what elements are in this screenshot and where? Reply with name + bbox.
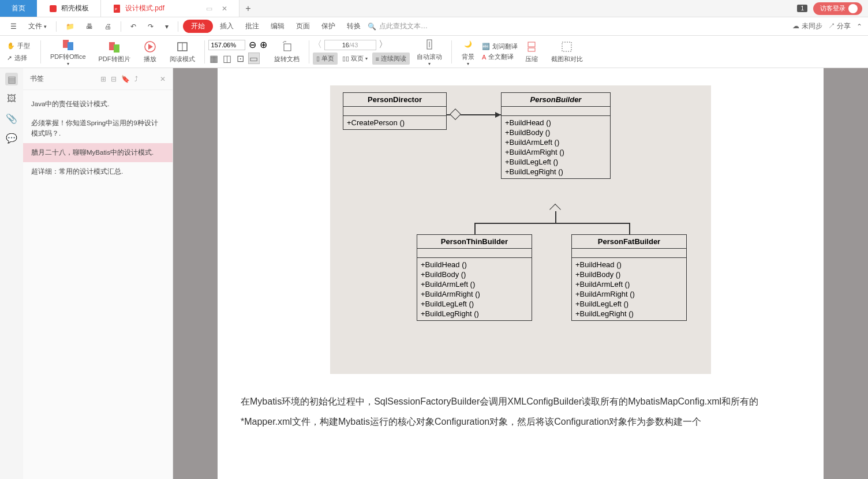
bookmark-nav-icon[interactable]: ⤴: [134, 75, 138, 83]
single-page-button[interactable]: ▯ 单页: [313, 53, 338, 65]
share-button[interactable]: ↗ 分享: [828, 21, 851, 31]
svg-rect-11: [284, 44, 291, 51]
uml-class-director: PersonDirector +CreatePerson (): [343, 92, 447, 130]
search-box[interactable]: 🔍 点此查找文本…: [368, 21, 428, 31]
avatar-icon: [848, 4, 858, 13]
zoom-out-icon[interactable]: ⊖: [249, 39, 256, 50]
svg-rect-15: [528, 48, 535, 51]
open-icon[interactable]: 📁: [61, 20, 79, 33]
search-placeholder: 点此查找文本…: [379, 21, 428, 31]
menu-bar: ☰ 文件 ▾ 📁 🖶 🖨 ↶ ↷ ▾ 开始 插入 批注 编辑 页面 保护 转换 …: [0, 17, 868, 36]
moon-icon: 🌙: [461, 38, 475, 51]
left-rail: ▤ 🖼 📎 💬: [0, 68, 23, 479]
menu-file[interactable]: 文件 ▾: [24, 19, 51, 33]
background-button[interactable]: 🌙 背景▾: [455, 38, 481, 66]
page-navigation: 〈 16/43 〉: [313, 39, 410, 51]
svg-marker-8: [148, 44, 153, 50]
menu-insert[interactable]: 插入: [215, 19, 238, 33]
hand-tool[interactable]: ✋ 手型: [5, 40, 32, 51]
tab-home[interactable]: 首页: [0, 0, 37, 17]
pdf-to-office-button[interactable]: PDF转Office▾: [44, 38, 92, 66]
fit-2-icon[interactable]: ◫: [222, 53, 233, 64]
auto-scroll-button[interactable]: 自动滚动▾: [411, 38, 448, 66]
bookmark-item[interactable]: 腊月二十八，聊聊MyBatis中的设计模式.: [23, 143, 173, 162]
bookmark-item[interactable]: 必须掌握！你知道Spring中运用的9种设计模式吗？.: [23, 114, 173, 143]
tab-menu-icon[interactable]: ▭: [206, 5, 212, 13]
tab-template[interactable]: 稻壳模板: [37, 0, 101, 17]
rail-bookmark-icon[interactable]: ▤: [5, 73, 18, 85]
zoom-input[interactable]: [208, 40, 245, 50]
sidebar-close-icon[interactable]: ✕: [160, 75, 166, 83]
collapse-ribbon-icon[interactable]: ⌃: [856, 23, 862, 31]
print-icon[interactable]: 🖨: [100, 20, 116, 33]
undo-icon[interactable]: ↶: [126, 20, 141, 33]
rotate-button[interactable]: 旋转文档: [268, 40, 305, 63]
tab-add-button[interactable]: +: [240, 0, 257, 17]
fit-1-icon[interactable]: ▦: [208, 53, 220, 64]
login-label: 访客登录: [820, 4, 845, 13]
word-translate-button[interactable]: 🔤 划词翻译: [482, 42, 518, 51]
page-input[interactable]: 16/43: [324, 40, 376, 50]
pdf-image-icon: [107, 40, 121, 54]
svg-rect-0: [50, 5, 57, 12]
document-viewport[interactable]: PersonDirector +CreatePerson () PersonBu…: [173, 68, 868, 479]
pdf-icon: P: [113, 4, 122, 13]
crop-icon: [560, 40, 574, 54]
page-next-icon[interactable]: 〉: [379, 39, 388, 51]
menu-convert[interactable]: 转换: [342, 19, 365, 33]
notification-badge[interactable]: 1: [797, 5, 807, 12]
sync-status[interactable]: ☁ 未同步: [792, 21, 822, 31]
uml-class-fat: PersonFatBuilder +BuildHead ()+BuildBody…: [571, 234, 687, 321]
double-page-button[interactable]: ▯▯ 双页▾: [339, 53, 371, 65]
tab-close-icon[interactable]: ✕: [222, 5, 227, 13]
bookmark-item[interactable]: 超详细：常用的设计模式汇总.: [23, 162, 173, 181]
full-translate-button[interactable]: A 全文翻译: [482, 53, 518, 61]
fit-4-icon[interactable]: ▭: [248, 53, 260, 64]
rail-image-icon[interactable]: 🖼: [5, 92, 18, 105]
scroll-icon: [422, 38, 436, 51]
rail-attachment-icon[interactable]: 📎: [5, 112, 18, 125]
zoom-controls: ⊖ ⊕: [208, 39, 267, 50]
tab-file-label: 设计模式.pdf: [125, 3, 164, 13]
continuous-button[interactable]: ≡ 连续阅读: [372, 53, 410, 65]
expand-all-icon[interactable]: ⊞: [100, 75, 106, 83]
menu-annotate[interactable]: 批注: [241, 19, 264, 33]
play-icon: [143, 40, 157, 54]
pdf-office-icon: [61, 38, 75, 51]
bookmark-list: Java中的责任链设计模式. 必须掌握！你知道Spring中运用的9种设计模式吗…: [23, 90, 173, 186]
crop-compare-button[interactable]: 截图和对比: [545, 40, 589, 63]
zoom-in-icon[interactable]: ⊕: [260, 39, 267, 50]
bookmarks-sidebar: 书签 ⊞ ⊟ 🔖 ⤴ ✕ Java中的责任链设计模式. 必须掌握！你知道Spri…: [23, 68, 173, 479]
pdf-to-image-button[interactable]: PDF转图片: [93, 40, 136, 63]
top-right-area: 1 访客登录: [797, 0, 868, 17]
tab-template-label: 稻壳模板: [61, 3, 89, 13]
login-button[interactable]: 访客登录: [813, 2, 862, 15]
redo-icon[interactable]: ↷: [143, 20, 158, 33]
play-button[interactable]: 播放: [137, 40, 163, 63]
save-icon[interactable]: 🖶: [81, 20, 98, 33]
fit-3-icon[interactable]: ⊡: [235, 53, 246, 64]
menu-protect[interactable]: 保护: [317, 19, 340, 33]
hamburger-icon[interactable]: ☰: [6, 20, 21, 33]
search-icon: 🔍: [368, 23, 376, 31]
tabs-bar: 首页 稻壳模板 P 设计模式.pdf ▭ ✕ + 1 访客登录: [0, 0, 868, 17]
menu-right: ☁ 未同步 ↗ 分享 ⌃: [792, 21, 862, 31]
bookmark-add-icon[interactable]: 🔖: [121, 75, 130, 83]
read-mode-button[interactable]: 阅读模式: [164, 40, 201, 63]
uml-class-thin: PersonThinBuilder +BuildHead ()+BuildBod…: [417, 234, 532, 321]
rail-comment-icon[interactable]: 💬: [5, 132, 18, 144]
page-prev-icon[interactable]: 〈: [313, 39, 322, 51]
fit-mode-icons: ▦ ◫ ⊡ ▭: [208, 53, 267, 64]
main-area: ▤ 🖼 📎 💬 书签 ⊞ ⊟ 🔖 ⤴ ✕ Java中的责任链设计模式. 必须掌握…: [0, 68, 868, 479]
select-tool[interactable]: ➚ 选择: [5, 53, 32, 63]
collapse-all-icon[interactable]: ⊟: [111, 75, 117, 83]
sidebar-title: 书签: [30, 74, 44, 84]
tab-file-active[interactable]: P 设计模式.pdf ▭ ✕: [101, 0, 240, 17]
compress-button[interactable]: 压缩: [519, 40, 544, 63]
more-menu-icon[interactable]: ▾: [160, 20, 173, 33]
menu-page[interactable]: 页面: [291, 19, 315, 33]
menu-edit[interactable]: 编辑: [266, 19, 289, 33]
menu-start[interactable]: 开始: [183, 20, 213, 33]
bookmark-item[interactable]: Java中的责任链设计模式.: [23, 95, 173, 114]
svg-rect-6: [114, 44, 119, 53]
